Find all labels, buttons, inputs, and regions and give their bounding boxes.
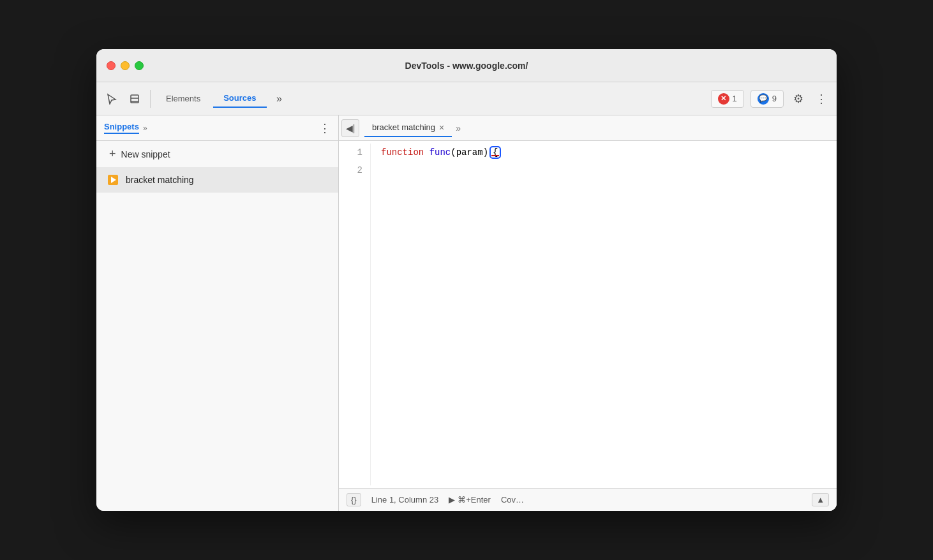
editor-tab-name: bracket matching <box>372 122 435 132</box>
devtools-toolbar: Elements Sources » ✕ 1 💬 9 ⚙ ⋮ <box>96 82 837 115</box>
snippet-item-bracket-matching[interactable]: bracket matching <box>96 167 338 193</box>
new-snippet-button[interactable]: + New snippet <box>96 141 338 167</box>
keyword-function: function <box>381 144 424 161</box>
panel-header: Snippets » ⋮ <box>96 115 338 141</box>
devtools-window: DevTools - www.google.com/ Elements Sour… <box>96 49 837 511</box>
line-numbers: 1 2 <box>339 144 371 485</box>
status-bar: {} Line 1, Column 23 ▶ ⌘+Enter Cov… ▲ <box>339 488 837 511</box>
inspect-icon-button[interactable] <box>124 89 145 109</box>
right-panel: ◀| bracket matching × » 1 2 function <box>339 115 837 511</box>
new-snippet-label: New snippet <box>121 149 170 159</box>
brace-underline <box>491 155 499 156</box>
titlebar: DevTools - www.google.com/ <box>96 49 837 82</box>
code-line-2 <box>381 161 826 179</box>
cursor-icon-button[interactable] <box>101 89 122 109</box>
tab-elements[interactable]: Elements <box>156 90 211 107</box>
toolbar-divider <box>150 90 151 108</box>
snippet-name: bracket matching <box>126 175 194 185</box>
more-tabs-button[interactable]: » <box>269 89 290 109</box>
chat-badge[interactable]: 💬 9 <box>750 90 784 108</box>
close-button[interactable] <box>107 61 116 70</box>
code-content[interactable]: function func (param) { <box>371 144 837 485</box>
run-button[interactable]: ▶ ⌘+Enter <box>449 495 491 505</box>
panel-more-button[interactable]: ⋮ <box>319 122 331 134</box>
snippets-title: Snippets <box>104 122 139 134</box>
panel-body: + New snippet bracket matching <box>96 141 338 511</box>
chat-icon: 💬 <box>758 93 769 105</box>
run-shortcut: ⌘+Enter <box>458 495 491 505</box>
minimize-button[interactable] <box>121 61 130 70</box>
inspect-icon <box>129 93 140 105</box>
editor-tab-close-button[interactable]: × <box>439 123 444 132</box>
run-icon: ▶ <box>449 495 455 505</box>
function-name: func <box>429 144 451 161</box>
editor-sidebar-toggle-button[interactable]: ◀| <box>341 119 359 137</box>
cursor-position: Line 1, Column 23 <box>371 495 439 505</box>
line-number-2: 2 <box>347 161 362 179</box>
more-options-button[interactable]: ⋮ <box>811 89 832 109</box>
code-editor[interactable]: 1 2 function func (param) { <box>339 141 837 488</box>
function-params: (param) <box>451 144 488 161</box>
more-icon: ⋮ <box>816 92 827 106</box>
tab-sources[interactable]: Sources <box>213 89 266 108</box>
left-panel: Snippets » ⋮ + New snippet bracket <box>96 115 339 511</box>
window-title: DevTools - www.google.com/ <box>405 61 528 71</box>
gear-icon: ⚙ <box>793 92 803 106</box>
editor-tabs-more-button[interactable]: » <box>456 123 461 133</box>
editor-tab-bracket-matching[interactable]: bracket matching × <box>364 119 452 137</box>
cursor-icon <box>106 93 117 105</box>
editor-tabs: ◀| bracket matching × » <box>339 115 837 141</box>
coverage-label: Cov… <box>501 495 524 505</box>
plus-icon: + <box>109 147 116 161</box>
format-button[interactable]: {} <box>347 493 361 506</box>
main-content: Snippets » ⋮ + New snippet bracket <box>96 115 837 511</box>
sidebar-toggle-icon: ◀| <box>346 123 355 133</box>
error-badge[interactable]: ✕ 1 <box>711 90 744 108</box>
panel-chevron-icon[interactable]: » <box>143 124 147 133</box>
format-icon: {} <box>351 495 357 505</box>
line-number-1: 1 <box>347 144 362 161</box>
code-line-1: function func (param) { <box>381 144 826 161</box>
settings-button[interactable]: ⚙ <box>788 89 809 109</box>
error-icon: ✕ <box>718 93 729 105</box>
panel-toggle-icon: ▲ <box>816 495 825 505</box>
panel-toggle-button[interactable]: ▲ <box>812 493 829 506</box>
bracket-highlighted: { <box>489 146 501 159</box>
maximize-button[interactable] <box>135 61 144 70</box>
snippet-run-icon <box>107 173 119 186</box>
traffic-lights <box>107 61 144 70</box>
